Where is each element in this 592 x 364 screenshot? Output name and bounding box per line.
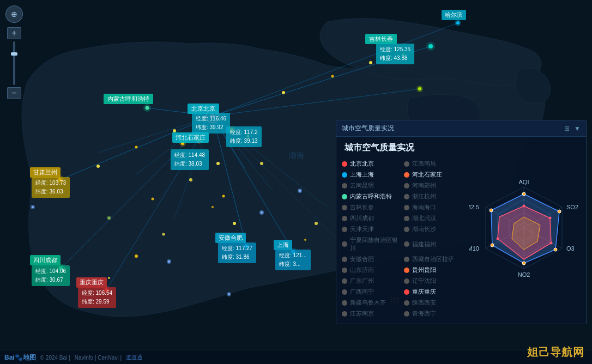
svg-point-93 [554, 248, 557, 251]
legend-item-sichuan[interactable]: 四川成都 [342, 214, 400, 223]
legend-dot-hebei [404, 172, 409, 178]
legend-item-liaoning[interactable]: 辽宁沈阳 [404, 276, 462, 286]
legend-item-jiangsu[interactable]: 江苏南京 [342, 309, 400, 318]
baidu-copyright: © 2024 Bai | [40, 355, 70, 361]
svg-point-72 [299, 190, 301, 192]
legend-label-qinghai: 青海西宁 [412, 310, 436, 318]
panel-expand-button[interactable]: ⊞ [564, 125, 570, 132]
svg-point-80 [108, 217, 110, 219]
zoom-slider[interactable] [13, 41, 15, 85]
legend-dot-xinjiang [342, 300, 347, 306]
legend-label-beijing: 北京北京 [350, 160, 374, 168]
legend-item-xizang[interactable]: 西藏自治区拉萨 [404, 254, 462, 264]
legend-label-jiangxi: 江西南昌 [412, 160, 436, 168]
svg-point-22 [369, 61, 372, 64]
legend-dot-jiangxi [404, 161, 409, 167]
legend-grid: 北京北京 江西南昌 上海上海 河北石家庄 [342, 159, 462, 318]
city-label-neimenggu: 内蒙古呼和浩特 [104, 94, 153, 104]
city-label-chongqing: 重庆重庆 [76, 277, 107, 288]
svg-text:O3: O3 [566, 245, 575, 252]
legend-label-jilin: 吉林长春 [350, 203, 374, 211]
panel-dropdown-button[interactable]: ▼ [574, 125, 581, 132]
legend-dot-xizang [404, 257, 409, 262]
svg-point-35 [260, 162, 263, 165]
svg-point-29 [233, 222, 236, 225]
legend-item-henan[interactable]: 河南郑州 [404, 181, 462, 190]
legend-item-zhejiang[interactable]: 浙江杭州 [404, 192, 462, 201]
legend-item-hunan[interactable]: 湖南长沙 [404, 225, 462, 234]
legend-dot-shaanxi [404, 300, 409, 306]
svg-point-28 [222, 195, 225, 198]
city-label-hebei: 河北石家庄 [172, 132, 209, 143]
legend-item-xinjiang[interactable]: 新疆乌鲁木齐 [342, 298, 400, 307]
legend-item-qinghai[interactable]: 青海西宁 [404, 309, 462, 318]
legend-dot-ningxia [342, 241, 347, 247]
legend-label-hubei: 湖北武汉 [412, 214, 436, 222]
legend-label-sichuan: 四川成都 [350, 214, 374, 222]
svg-point-46 [428, 44, 433, 48]
city-coords-changchun: 经度: 125.35纬度: 43.88 [376, 44, 414, 64]
baidu-bar: Bai🐾地图 © 2024 Bai | NavInfo | CenNavi | … [0, 351, 592, 364]
svg-point-40 [315, 222, 318, 225]
baidu-daodaotong[interactable]: 道道通 [126, 354, 142, 361]
city-label-hefei: 安徽合肥 [215, 233, 246, 243]
legend-dot-jiangsu [342, 311, 347, 317]
legend-dot-qinghai [404, 311, 409, 317]
legend-item-shanghai[interactable]: 上海上海 [342, 170, 400, 179]
city-label-shanghai: 上海 [274, 240, 292, 250]
legend-item-tianjin[interactable]: 天津天津 [342, 225, 400, 234]
svg-point-52 [146, 106, 149, 110]
legend-item-guangdong[interactable]: 广东广州 [342, 276, 400, 286]
legend-dot-guangxi [342, 289, 347, 295]
legend-dot-sichuan [342, 216, 347, 221]
legend-label-shandong: 山东济南 [350, 266, 374, 274]
legend-item-ningxia[interactable]: 宁夏回族自治区银川 [342, 235, 400, 253]
compass-button[interactable]: ⊕ [5, 5, 23, 23]
svg-point-96 [490, 209, 493, 212]
legend-dot-zhejiang [404, 194, 409, 199]
panel-header: 城市空气质量实况 ⊞ ▼ [336, 120, 586, 137]
legend-item-chongqing[interactable]: 重庆重庆 [404, 287, 462, 296]
city-coords-beijing: 经度: 116.46纬度: 39.92 [192, 113, 230, 134]
city-coords-taiyuan: 经度: 114.48纬度: 38.03 [171, 149, 209, 170]
legend-item-hainan[interactable]: 海南海口 [404, 203, 462, 212]
city-coords-chongqing: 经度: 106.54纬度: 29.59 [78, 287, 116, 308]
legend-dot-hunan [404, 227, 409, 232]
legend-label-yunnan: 云南昆明 [350, 181, 374, 190]
city-coords-sichuan: 经度: 104.06纬度: 30.67 [32, 265, 70, 286]
air-quality-panel: 城市空气质量实况 ⊞ ▼ 城市空气质量实况 北京北京 江西南昌 [336, 120, 587, 324]
legend-item-fujian[interactable]: 福建福州 [404, 235, 462, 253]
legend-item-beijing[interactable]: 北京北京 [342, 159, 400, 168]
legend-item-hubei[interactable]: 湖北武汉 [404, 214, 462, 223]
zoom-out-button[interactable]: − [7, 87, 21, 99]
legend-item-anhui[interactable]: 安徽合肥 [342, 254, 400, 264]
legend-item-guizhou[interactable]: 贵州贵阳 [404, 265, 462, 275]
legend-item-jilin[interactable]: 吉林长春 [342, 203, 400, 212]
legend-label-fujian: 福建福州 [412, 240, 436, 248]
svg-point-20 [282, 91, 285, 94]
radar-chart: AQI SO2 O3 NO2 PM10 PM2.5 [469, 179, 578, 282]
svg-text:渤海: 渤海 [289, 151, 304, 160]
zoom-in-button[interactable]: + [7, 27, 21, 39]
legend-label-shaanxi: 陕西西安 [412, 299, 436, 307]
legend-item-shandong[interactable]: 山东济南 [342, 265, 400, 275]
legend-item-yunnan[interactable]: 云南昆明 [342, 181, 400, 190]
svg-point-41 [304, 239, 306, 241]
legend-section: 城市空气质量实况 北京北京 江西南昌 上海上海 [342, 142, 462, 318]
legend-dot-liaoning [404, 278, 409, 284]
svg-point-27 [216, 162, 220, 165]
legend-item-hebei[interactable]: 河北石家庄 [404, 170, 462, 179]
legend-item-neimenggu[interactable]: 内蒙古呼和浩特 [342, 192, 400, 201]
svg-point-94 [522, 262, 525, 265]
svg-text:PM2.5: PM2.5 [469, 204, 479, 210]
legend-item-guangxi[interactable]: 广西南宁 [342, 287, 400, 296]
legend-item-jiangxi[interactable]: 江西南昌 [404, 159, 462, 168]
legend-label-liaoning: 辽宁沈阳 [412, 277, 436, 285]
panel-title: 城市空气质量实况 [342, 142, 462, 154]
svg-point-26 [96, 165, 100, 168]
legend-item-shaanxi[interactable]: 陕西西安 [404, 298, 462, 307]
legend-label-ningxia: 宁夏回族自治区银川 [350, 236, 400, 252]
watermark: 姐己导航网 [527, 345, 584, 360]
svg-point-98 [549, 216, 552, 219]
legend-label-guangdong: 广东广州 [350, 277, 374, 285]
